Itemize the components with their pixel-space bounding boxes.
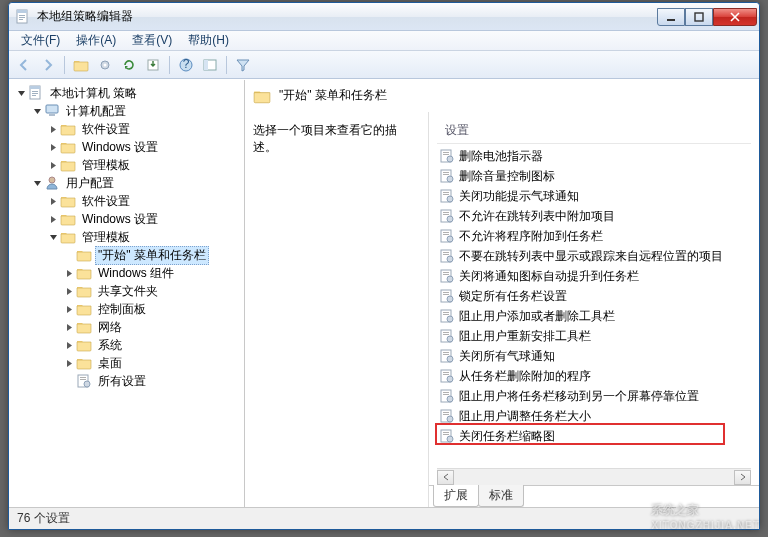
tree-root[interactable]: 本地计算机 策略: [13, 84, 244, 102]
tree-admin-child[interactable]: 桌面: [61, 354, 244, 372]
tree-admin-child[interactable]: 系统: [61, 336, 244, 354]
tree-label: Windows 组件: [95, 264, 177, 283]
menu-help[interactable]: 帮助(H): [180, 30, 237, 51]
list-item[interactable]: 不要在跳转列表中显示或跟踪来自远程位置的项目: [437, 246, 755, 266]
list-item[interactable]: 不允许在跳转列表中附加项目: [437, 206, 755, 226]
tree-computer-child[interactable]: Windows 设置: [45, 138, 244, 156]
titlebar[interactable]: 本地组策略编辑器: [9, 3, 759, 31]
list-item[interactable]: 关闭功能提示气球通知: [437, 186, 755, 206]
menu-file[interactable]: 文件(F): [13, 30, 68, 51]
column-header-setting[interactable]: 设置: [437, 120, 751, 144]
list-item[interactable]: 删除音量控制图标: [437, 166, 755, 186]
list-item-label: 不允许在跳转列表中附加项目: [459, 208, 615, 225]
expander-icon[interactable]: [63, 285, 75, 297]
refresh-button[interactable]: [118, 54, 140, 76]
tree-admin-child[interactable]: 共享文件夹: [61, 282, 244, 300]
expander-icon[interactable]: [47, 159, 59, 171]
tree-admin-child[interactable]: 控制面板: [61, 300, 244, 318]
expander-icon[interactable]: [63, 339, 75, 351]
filter-button[interactable]: [232, 54, 254, 76]
app-icon: [15, 9, 31, 25]
folder-icon: [76, 355, 92, 371]
expander-icon[interactable]: [47, 123, 59, 135]
forward-button[interactable]: [37, 54, 59, 76]
list-item-label: 阻止用户将任务栏移动到另一个屏幕停靠位置: [459, 388, 699, 405]
tree-label: 控制面板: [95, 300, 149, 319]
list-item[interactable]: 阻止用户调整任务栏大小: [437, 406, 755, 426]
description-prompt: 选择一个项目来查看它的描述。: [253, 122, 420, 156]
minimize-button[interactable]: [657, 8, 685, 26]
forward-icon: [40, 57, 56, 73]
showhide-button[interactable]: [199, 54, 221, 76]
setting-icon: [439, 268, 455, 284]
tree-admin-child[interactable]: 网络: [61, 318, 244, 336]
list-item[interactable]: 从任务栏删除附加的程序: [437, 366, 755, 386]
expander-icon[interactable]: [47, 141, 59, 153]
tree-label: 网络: [95, 318, 125, 337]
tree-computer-child[interactable]: 管理模板: [45, 156, 244, 174]
list-item[interactable]: 关闭任务栏缩略图: [437, 426, 755, 446]
tree-user-config[interactable]: 用户配置: [29, 174, 244, 192]
expander-icon[interactable]: [47, 231, 59, 243]
back-icon: [16, 57, 32, 73]
tab-extended[interactable]: 扩展: [433, 485, 479, 507]
tree-computer-child[interactable]: 软件设置: [45, 120, 244, 138]
list-item[interactable]: 不允许将程序附加到任务栏: [437, 226, 755, 246]
tree-admin-child[interactable]: 所有设置: [61, 372, 244, 390]
settings-list[interactable]: 删除电池指示器删除音量控制图标关闭功能提示气球通知不允许在跳转列表中附加项目不允…: [429, 144, 759, 464]
details-title: "开始" 菜单和任务栏: [279, 87, 387, 104]
export-button[interactable]: [142, 54, 164, 76]
tree-admin-child[interactable]: Windows 组件: [61, 264, 244, 282]
toolbar-separator: [64, 56, 65, 74]
chevron-left-icon: [442, 473, 450, 481]
up-button[interactable]: [70, 54, 92, 76]
list-item[interactable]: 阻止用户添加或者删除工具栏: [437, 306, 755, 326]
folder-icon: [76, 283, 92, 299]
scroll-right-button[interactable]: [734, 470, 751, 485]
help-button[interactable]: [175, 54, 197, 76]
tree-computer-config[interactable]: 计算机配置: [29, 102, 244, 120]
folder-icon: [76, 319, 92, 335]
expander-icon[interactable]: [63, 303, 75, 315]
maximize-button[interactable]: [685, 8, 713, 26]
list-item[interactable]: 关闭将通知图标自动提升到任务栏: [437, 266, 755, 286]
tree-pane[interactable]: 本地计算机 策略计算机配置软件设置Windows 设置管理模板用户配置软件设置W…: [9, 80, 245, 507]
list-item[interactable]: 锁定所有任务栏设置: [437, 286, 755, 306]
tree-label: 管理模板: [79, 156, 133, 175]
properties-button[interactable]: [94, 54, 116, 76]
expander-icon[interactable]: [47, 213, 59, 225]
expander-icon[interactable]: [31, 105, 43, 117]
toolbar-separator: [226, 56, 227, 74]
expander-icon[interactable]: [63, 357, 75, 369]
expander-icon[interactable]: [15, 87, 27, 99]
toolbar: [9, 51, 759, 79]
tree-user-win[interactable]: Windows 设置: [45, 210, 244, 228]
list-item-label: 删除音量控制图标: [459, 168, 555, 185]
list-item[interactable]: 删除电池指示器: [437, 146, 755, 166]
scroll-track[interactable]: [454, 470, 734, 485]
tab-standard[interactable]: 标准: [478, 485, 524, 507]
menu-action[interactable]: 操作(A): [68, 30, 124, 51]
expander-icon[interactable]: [31, 177, 43, 189]
close-button[interactable]: [713, 8, 757, 26]
setting-icon: [76, 373, 92, 389]
expander-icon[interactable]: [63, 267, 75, 279]
tree-user-soft[interactable]: 软件设置: [45, 192, 244, 210]
expander-icon[interactable]: [63, 321, 75, 333]
tree-admin-child[interactable]: "开始" 菜单和任务栏: [61, 246, 244, 264]
menu-view[interactable]: 查看(V): [124, 30, 180, 51]
list-item[interactable]: 关闭所有气球通知: [437, 346, 755, 366]
help-icon: [178, 57, 194, 73]
tree-user-admin[interactable]: 管理模板: [45, 228, 244, 246]
tree-label: 软件设置: [79, 192, 133, 211]
expander-icon[interactable]: [47, 195, 59, 207]
back-button[interactable]: [13, 54, 35, 76]
folder-icon: [253, 87, 271, 105]
scroll-left-button[interactable]: [437, 470, 454, 485]
horizontal-scrollbar[interactable]: [437, 468, 751, 485]
list-item[interactable]: 阻止用户将任务栏移动到另一个屏幕停靠位置: [437, 386, 755, 406]
list-item[interactable]: 阻止用户重新安排工具栏: [437, 326, 755, 346]
setting-icon: [439, 408, 455, 424]
list-item-label: 阻止用户调整任务栏大小: [459, 408, 591, 425]
setting-icon: [439, 228, 455, 244]
